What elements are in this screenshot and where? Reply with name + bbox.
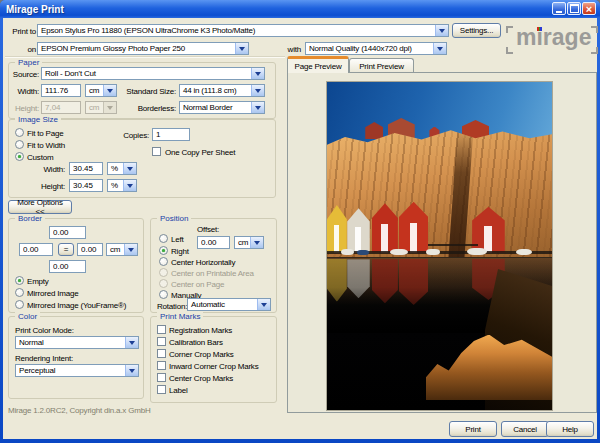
maximize-icon[interactable] <box>567 2 581 15</box>
quality-select[interactable]: Normal Quality (1440x720 dpi) <box>305 42 447 55</box>
inward-corner-crop-marks-checkbox[interactable] <box>157 361 166 370</box>
offset-input[interactable] <box>197 236 230 249</box>
image-width-unit-select[interactable]: % <box>107 162 137 175</box>
chevron-down-icon[interactable] <box>435 25 448 36</box>
rendering-intent-label: Rendering Intent: <box>15 354 73 363</box>
chevron-down-icon[interactable] <box>251 68 264 79</box>
logo-rgb-dot-icon <box>537 27 542 31</box>
border-unit-select[interactable]: cm <box>106 243 138 256</box>
paper-height-input <box>41 101 81 114</box>
one-copy-per-sheet-label: One Copy Per Sheet <box>165 148 235 157</box>
border-right-input[interactable] <box>77 243 103 256</box>
tab-page-preview[interactable]: Page Preview <box>287 56 349 73</box>
close-icon[interactable] <box>582 2 596 15</box>
position-right-label: Right <box>171 247 189 256</box>
chevron-down-icon[interactable] <box>124 244 137 255</box>
paper-type-select[interactable]: EPSON Premium Glossy Photo Paper 250 <box>37 42 249 55</box>
source-label: Source: <box>11 70 39 79</box>
standard-size-label: Standard Size: <box>121 87 176 96</box>
radio-center-horizontally[interactable] <box>159 257 168 266</box>
center-crop-marks-checkbox[interactable] <box>157 373 166 382</box>
paper-group-title: Paper <box>15 58 42 67</box>
radio-center-on-page <box>159 279 168 288</box>
radio-custom[interactable] <box>15 152 24 161</box>
radio-position-right[interactable] <box>159 246 168 255</box>
label-checkbox[interactable] <box>157 385 166 394</box>
borderless-select[interactable]: Normal Border <box>179 101 265 114</box>
color-group-title: Color <box>15 312 40 321</box>
print-color-mode-select[interactable]: Normal <box>15 336 139 349</box>
image-height-input[interactable] <box>69 179 103 192</box>
border-bottom-input[interactable] <box>49 260 86 273</box>
copies-label: Copies: <box>119 131 149 140</box>
chevron-down-icon[interactable] <box>103 85 116 96</box>
radio-mirrored-image-youframe[interactable] <box>15 300 24 309</box>
source-select[interactable]: Roll - Don't Cut <box>41 67 265 80</box>
offset-label: Offset: <box>197 225 219 234</box>
header-separator <box>5 56 285 58</box>
print-button[interactable]: Print <box>449 421 497 437</box>
chevron-down-icon[interactable] <box>433 43 446 54</box>
chevron-down-icon[interactable] <box>251 102 264 113</box>
photo-boat <box>467 248 487 255</box>
printer-select[interactable]: Epson Stylus Pro 11880 (EPSON UltraChrom… <box>37 24 449 37</box>
paper-height-unit-select: cm <box>85 101 117 114</box>
logo-bracket-icon <box>506 26 513 33</box>
corner-crop-marks-checkbox[interactable] <box>157 349 166 358</box>
radio-mirrored-image[interactable] <box>15 288 24 297</box>
photo-boat <box>357 250 368 255</box>
one-copy-per-sheet-checkbox[interactable] <box>152 147 161 156</box>
radio-fit-to-width[interactable] <box>15 140 24 149</box>
window-controls <box>552 2 596 15</box>
copies-input[interactable] <box>152 128 190 141</box>
chevron-down-icon[interactable] <box>125 337 138 348</box>
chevron-down-icon[interactable] <box>235 43 248 54</box>
photo-boat <box>516 249 532 255</box>
rotation-select[interactable]: Automatic <box>187 298 271 311</box>
titlebar[interactable]: Mirage Print <box>0 0 600 18</box>
page-preview-panel <box>287 72 597 413</box>
window-title: Mirage Print <box>0 4 64 15</box>
registration-marks-checkbox[interactable] <box>157 325 166 334</box>
border-top-input[interactable] <box>49 226 86 239</box>
fit-to-width-label: Fit to Width <box>27 141 65 150</box>
image-size-group-title: Image Size <box>15 115 61 124</box>
center-on-page-label: Center on Page <box>171 280 224 289</box>
help-button[interactable]: Help <box>546 421 594 437</box>
image-height-unit-select[interactable]: % <box>107 179 137 192</box>
offset-unit-select[interactable]: cm <box>234 236 264 249</box>
on-label: on <box>8 45 36 54</box>
equalize-borders-button[interactable]: = <box>58 243 74 256</box>
paper-width-input[interactable] <box>41 84 81 97</box>
calibration-bars-checkbox[interactable] <box>157 337 166 346</box>
logo-bracket-icon <box>591 26 598 33</box>
tab-print-preview[interactable]: Print Preview <box>349 58 414 73</box>
chevron-down-icon[interactable] <box>125 365 138 376</box>
radio-manually[interactable] <box>159 290 168 299</box>
chevron-down-icon[interactable] <box>250 237 263 248</box>
position-group-title: Position <box>157 214 191 223</box>
border-group: Border = cm Empty Mirrored Image Mirrore… <box>8 218 144 313</box>
chevron-down-icon[interactable] <box>123 163 136 174</box>
paper-group: Paper Source: Roll - Don't Cut Width: cm… <box>8 62 276 119</box>
radio-fit-to-page[interactable] <box>15 128 24 137</box>
image-size-group: Image Size Fit to Page Fit to Width Cust… <box>8 119 276 198</box>
radio-position-left[interactable] <box>159 234 168 243</box>
settings-button[interactable]: Settings... <box>452 23 501 38</box>
chevron-down-icon[interactable] <box>257 299 270 310</box>
image-width-input[interactable] <box>69 162 103 175</box>
cancel-button[interactable]: Cancel <box>501 421 549 437</box>
more-options-button[interactable]: More Options << <box>8 200 72 214</box>
paper-width-unit-select[interactable]: cm <box>85 84 117 97</box>
radio-border-empty[interactable] <box>15 276 24 285</box>
rotation-label: Rotation: <box>157 302 187 311</box>
border-left-input[interactable] <box>19 243 53 256</box>
image-height-label: Height: <box>33 182 65 191</box>
chevron-down-icon[interactable] <box>251 85 264 96</box>
rendering-intent-select[interactable]: Perceptual <box>15 364 139 377</box>
image-width-label: Width: <box>33 165 65 174</box>
version-text: Mirage 1.2.0RC2, Copyright din.a.x GmbH <box>8 406 151 415</box>
minimize-icon[interactable] <box>552 2 566 15</box>
standard-size-select[interactable]: 44 in (111.8 cm) <box>179 84 265 97</box>
chevron-down-icon[interactable] <box>123 180 136 191</box>
